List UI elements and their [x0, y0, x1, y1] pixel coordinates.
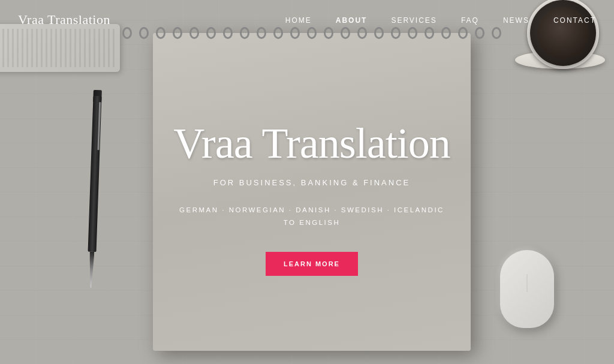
nav-item-about[interactable]: ABOUT	[336, 14, 368, 25]
nav-link-about[interactable]: ABOUT	[336, 16, 368, 25]
nav-link-services[interactable]: SERVICES	[391, 16, 437, 25]
hero-languages: GERMAN · NORWEGIAN · DANISH · SWEDISH · …	[179, 204, 444, 228]
nav-item-contact[interactable]: CONTACT	[553, 14, 596, 25]
nav-links: HOME ABOUT SERVICES FAQ NEWS CONTACT	[285, 14, 596, 25]
nav-link-home[interactable]: HOME	[285, 16, 312, 25]
learn-more-button[interactable]: LEARN MORE	[266, 252, 358, 276]
mouse-decoration	[500, 250, 554, 328]
nav-item-faq[interactable]: FAQ	[461, 14, 479, 25]
hero-subtitle: FOR BUSINESS, BANKING & FINANCE	[213, 178, 411, 187]
site-logo: Vraa Translation	[18, 12, 110, 28]
nav-item-home[interactable]: HOME	[285, 14, 312, 25]
hero-title: Vraa Translation	[173, 120, 450, 167]
notepad-content: Vraa Translation FOR BUSINESS, BANKING &…	[153, 45, 471, 351]
navigation: Vraa Translation HOME ABOUT SERVICES FAQ…	[0, 0, 614, 39]
notepad: Vraa Translation FOR BUSINESS, BANKING &…	[153, 33, 471, 351]
nav-link-contact[interactable]: CONTACT	[553, 16, 596, 25]
nav-item-services[interactable]: SERVICES	[391, 14, 437, 25]
nav-item-news[interactable]: NEWS	[503, 14, 529, 25]
nav-link-faq[interactable]: FAQ	[461, 16, 479, 25]
nav-link-news[interactable]: NEWS	[503, 16, 529, 25]
